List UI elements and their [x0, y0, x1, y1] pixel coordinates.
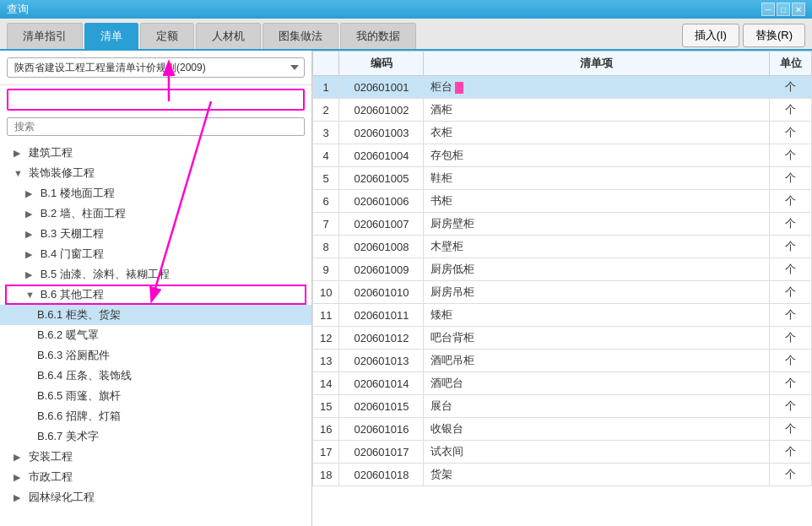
cell-num: 16	[313, 418, 339, 441]
tree-label-zhuangshi: 装饰装修工程	[29, 166, 95, 179]
annotation-input-box	[7, 89, 305, 111]
tree-item-shizheng[interactable]: ▶ 市政工程	[0, 467, 311, 487]
cell-unit: 个	[770, 76, 812, 99]
tree-item-b6-6[interactable]: B.6.6 招牌、灯箱	[0, 406, 311, 426]
cell-item: 存包柜	[424, 144, 770, 167]
tree-label-b5: B.5 油漆、涂料、裱糊工程	[41, 268, 170, 280]
table-container: 编码 清单项 单位 1020601001柜台个2020601002酒柜个3020…	[312, 51, 812, 526]
table-row[interactable]: 8020601008木壁柜个	[313, 236, 812, 258]
table-row[interactable]: 10020601010厨房吊柜个	[313, 281, 812, 304]
tree-item-b6-4[interactable]: B.6.4 压条、装饰线	[0, 366, 311, 386]
tree-toggle-yuanlin: ▶	[14, 492, 25, 503]
cell-unit: 个	[770, 327, 812, 350]
cell-code: 020601016	[339, 418, 424, 441]
tab-qingdan[interactable]: 清单	[84, 23, 138, 49]
tree-toggle-shizheng: ▶	[14, 472, 25, 483]
cell-num: 14	[313, 372, 339, 395]
cell-unit: 个	[770, 350, 812, 372]
cell-unit: 个	[770, 418, 812, 441]
cell-item: 收银台	[424, 418, 770, 441]
tab-rencaiji[interactable]: 人材机	[196, 23, 261, 49]
tree-item-jianzhu[interactable]: ▶ 建筑工程	[0, 143, 311, 163]
replace-button[interactable]: 替换(R)	[743, 24, 805, 47]
cell-code: 020601002	[339, 99, 424, 122]
table-row[interactable]: 2020601002酒柜个	[313, 99, 812, 122]
regulation-dropdown[interactable]: 陕西省建设工程工程量清单计价规则(2009)	[7, 57, 305, 78]
minimize-button[interactable]: ─	[761, 3, 775, 16]
table-row[interactable]: 18020601018货架个	[313, 464, 812, 486]
tree-item-b4[interactable]: ▶ B.4 门窗工程	[0, 244, 311, 264]
col-header-item: 清单项	[424, 52, 770, 76]
table-row[interactable]: 14020601014酒吧台个	[313, 372, 812, 395]
table-row[interactable]: 6020601006书柜个	[313, 190, 812, 213]
tab-dinge[interactable]: 定额	[140, 23, 194, 49]
cell-code: 020601008	[339, 236, 424, 258]
table-row[interactable]: 11020601011矮柜个	[313, 304, 812, 327]
tree-toggle-b2: ▶	[25, 209, 37, 220]
table-row[interactable]: 5020601005鞋柜个	[313, 167, 812, 190]
close-button[interactable]: ✕	[792, 3, 805, 16]
tree-item-b3[interactable]: ▶ B.3 天棚工程	[0, 224, 311, 244]
search-input[interactable]	[7, 117, 305, 136]
tree-toggle-b1: ▶	[25, 188, 37, 199]
cell-num: 4	[313, 144, 339, 167]
table-row[interactable]: 1020601001柜台个	[313, 76, 812, 99]
tree-label-anzhuang: 安装工程	[29, 450, 73, 463]
insert-button[interactable]: 插入(I)	[682, 24, 739, 47]
tree-item-b6-7[interactable]: B.6.7 美术字	[0, 426, 311, 447]
table-header-row: 编码 清单项 单位	[313, 52, 812, 76]
tree-item-b6-1[interactable]: B.6.1 柜类、货架	[0, 305, 311, 325]
cell-code: 020601001	[339, 76, 424, 99]
cell-num: 13	[313, 350, 339, 372]
table-row[interactable]: 15020601015展台个	[313, 395, 812, 418]
cell-num: 1	[313, 76, 339, 99]
tree-label-b1: B.1 楼地面工程	[41, 187, 115, 199]
tree-toggle-anzhuang: ▶	[14, 452, 25, 463]
tab-qingdan-zhiyin[interactable]: 清单指引	[7, 23, 83, 49]
search-area	[0, 114, 311, 139]
tree-item-b6-5[interactable]: B.6.5 雨篷、旗杆	[0, 386, 311, 406]
tree-item-b6-2[interactable]: B.6.2 暖气罩	[0, 325, 311, 345]
cell-unit: 个	[770, 395, 812, 418]
cell-num: 3	[313, 122, 339, 144]
tree-label-b3: B.3 天棚工程	[41, 227, 104, 240]
cell-code: 020601010	[339, 281, 424, 304]
cell-unit: 个	[770, 144, 812, 167]
tree-item-anzhuang[interactable]: ▶ 安装工程	[0, 447, 311, 467]
cell-item: 书柜	[424, 190, 770, 213]
cell-code: 020601009	[339, 258, 424, 281]
tree-item-b6[interactable]: ▼ B.6 其他工程	[0, 285, 311, 305]
tree-item-b5[interactable]: ▶ B.5 油漆、涂料、裱糊工程	[0, 264, 311, 285]
tab-tujizuofa[interactable]: 图集做法	[263, 23, 338, 49]
table-row[interactable]: 3020601003衣柜个	[313, 122, 812, 144]
cell-item: 厨房低柜	[424, 258, 770, 281]
tree-item-b6-3[interactable]: B.6.3 浴厕配件	[0, 345, 311, 366]
table-row[interactable]: 13020601013酒吧吊柜个	[313, 350, 812, 372]
cell-item: 酒吧吊柜	[424, 350, 770, 372]
tree-item-zhuangshi[interactable]: ▼ 装饰装修工程	[0, 163, 311, 183]
tree-label-jianzhu: 建筑工程	[29, 146, 73, 159]
table-row[interactable]: 16020601016收银台个	[313, 418, 812, 441]
title-bar: 查询 ─ □ ✕	[0, 0, 812, 19]
cell-num: 15	[313, 395, 339, 418]
maximize-button[interactable]: □	[777, 3, 790, 16]
cell-code: 020601014	[339, 372, 424, 395]
tree-item-b2[interactable]: ▶ B.2 墙、柱面工程	[0, 203, 311, 224]
tab-wode-shuju[interactable]: 我的数据	[340, 23, 416, 49]
table-row[interactable]: 4020601004存包柜个	[313, 144, 812, 167]
cell-code: 020601012	[339, 327, 424, 350]
cell-code: 020601013	[339, 350, 424, 372]
cell-code: 020601004	[339, 144, 424, 167]
cell-num: 9	[313, 258, 339, 281]
table-row[interactable]: 9020601009厨房低柜个	[313, 258, 812, 281]
table-row[interactable]: 17020601017试衣间个	[313, 441, 812, 464]
table-row[interactable]: 12020601012吧台背柜个	[313, 327, 812, 350]
cell-unit: 个	[770, 372, 812, 395]
tree-item-yuanlin[interactable]: ▶ 园林绿化工程	[0, 487, 311, 507]
cell-num: 7	[313, 213, 339, 236]
tree-item-b1[interactable]: ▶ B.1 楼地面工程	[0, 183, 311, 203]
cell-unit: 个	[770, 99, 812, 122]
cell-unit: 个	[770, 213, 812, 236]
table-row[interactable]: 7020601007厨房壁柜个	[313, 213, 812, 236]
main-content: 陕西省建设工程工程量清单计价规则(2009) ▶ 建筑工程 ▼ 装饰装修工程 ▶…	[0, 51, 812, 526]
